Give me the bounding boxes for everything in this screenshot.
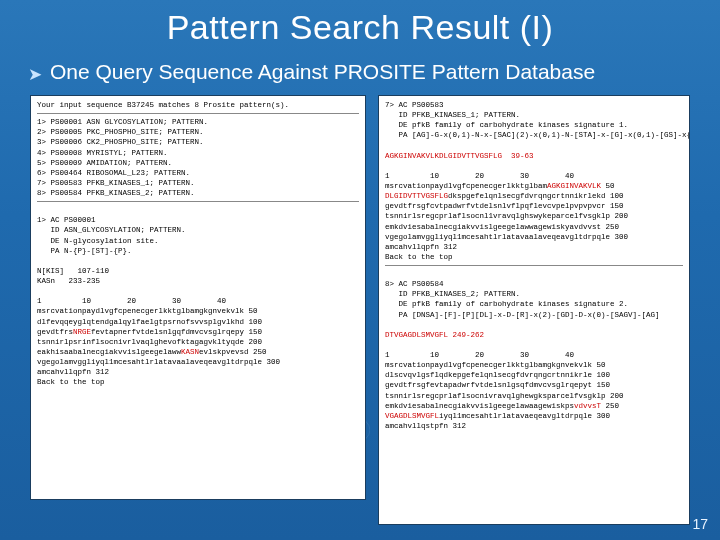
seq-row: dlfevqqeyglqtendgalqylfaelgtpsrnofsvvspl… <box>37 317 359 327</box>
divider <box>37 113 359 114</box>
bullet-icon: ➤ <box>28 64 42 85</box>
block1-line: DE N-glycosylation site. <box>37 236 359 246</box>
left-panel: Your input sequence B37245 matches 8 Pro… <box>30 95 366 500</box>
seq-row: msrcvationpaydlvgfcpenecgerlkktglbamgkgn… <box>37 306 359 316</box>
block8-line: 8> AC PS00584 <box>385 279 683 289</box>
list-item: 4> PS00008 MYRISTYL; PATTERN. <box>37 148 359 158</box>
seq-row: tsnnirlpsrinflsocnivrlvaqlghevofktagagvk… <box>37 337 359 347</box>
slide-number: 17 <box>692 516 708 532</box>
match-line: AGKGINVAKVLKDLGIDVTTVGSFLG 39-63 <box>385 151 683 161</box>
divider <box>37 201 359 202</box>
list-item: 8> PS00584 PFKB_KINASES_2; PATTERN. <box>37 188 359 198</box>
block7-line: 7> AC PS00583 <box>385 100 683 110</box>
seq-row: emkdviesabalnecgiakvvislgeegelawwagewisk… <box>385 222 683 232</box>
list-item: 6> PS00464 RIBOSOMAL_L23; PATTERN. <box>37 168 359 178</box>
intro-line: Your input sequence B37245 matches 8 Pro… <box>37 100 359 110</box>
match-hit: NRGE <box>73 328 91 336</box>
list-item: 5> PS00009 AMIDATION; PATTERN. <box>37 158 359 168</box>
list-item: 2> PS00005 PKC_PHOSPHO_SITE; PATTERN. <box>37 127 359 137</box>
block7-line: DE pfkB family of carbohydrate kinases s… <box>385 120 683 130</box>
seq-row: dlscvqvlgsflqdkepgefelqnlsecgfdvrqngcrtn… <box>385 370 683 380</box>
seq-row: gevdtfrsgfcvtpadwrfvtdelsnlvflpqflevcvpe… <box>385 201 683 211</box>
match-hit: AGKGINVAKVLK <box>547 182 601 190</box>
seq-row: msrcvationpaydlvgfcpenecgerlkktglbamAGKG… <box>385 181 683 191</box>
block1-line: 1> AC PS00001 <box>37 215 359 225</box>
seq-row: eakhisaabalnecgiakvvislgeegelawwKASNevls… <box>37 347 359 357</box>
back-link[interactable]: Back to the top <box>37 377 359 387</box>
block1-line: PA N-{P}-[ST]-{P}. <box>37 246 359 256</box>
block8-line: ID PFKB_KINASES_2; PATTERN. <box>385 289 683 299</box>
ruler: 1 10 20 30 40 <box>385 171 683 181</box>
match-hit: VGAGDLSMVGFL <box>385 412 439 420</box>
seq-row: vgegolamvggliyql1mcesahtlrlatavaalaveqea… <box>37 357 359 367</box>
seq-row: vgegolamvggliyql1mcesahtlrlatavaalaveqea… <box>385 232 683 242</box>
match-hit: DLGIDVTTVGSFLG <box>385 192 448 200</box>
seq-row: gevdtfrsgfevtapadwrfvtdelsnlgsqfdmvcvsgl… <box>385 380 683 390</box>
block7-line: PA [AG]-G-x(0,1)-N-x-[SAC](2)-x(0,1)-N-[… <box>385 130 683 140</box>
seq-row: DLGIDVTTVGSFLGdkspgefelqnlsecgfdvrqngcrt… <box>385 191 683 201</box>
seq-row: msrcvationpaydlvgfcpenecgerlkktglbamgkgn… <box>385 360 683 370</box>
seq-row: tsnnirlsregcprlaflsocnivravqlghewgksparc… <box>385 391 683 401</box>
block8-line: DE pfkB family of carbohydrate kinases s… <box>385 299 683 309</box>
seq-row: emkdviesabalnecgiakvvislgeegelawaagewisk… <box>385 401 683 411</box>
block1-line: ID ASN_GLYCOSYLATION; PATTERN. <box>37 225 359 235</box>
seq-row: amcahvllqstpfn 312 <box>385 421 683 431</box>
block7-line: ID PFKB_KINASES_1; PATTERN. <box>385 110 683 120</box>
list-item: 1> PS00001 ASN GLYCOSYLATION; PATTERN. <box>37 117 359 127</box>
divider <box>385 265 683 266</box>
seq-row: gevdtfrsNRGEfevtapnerfvtdelsnlgqfdmvcvsg… <box>37 327 359 337</box>
seq-row: tsnnirlsregcprlaflsocnl1vravqlghswykepar… <box>385 211 683 221</box>
seq-row: amcahvllqpfn 312 <box>37 367 359 377</box>
slide-title: Pattern Search Result (I) <box>0 8 720 47</box>
right-panel: 7> AC PS00583 ID PFKB_KINASES_1; PATTERN… <box>378 95 690 525</box>
match-hit: vdvvsT <box>574 402 601 410</box>
list-item: 3> PS00006 CK2_PHOSPHO_SITE; PATTERN. <box>37 137 359 147</box>
slide: Pattern Search Result (I) ➤ One Query Se… <box>0 0 720 540</box>
subtitle-row: ➤ One Query Sequence Against PROSITE Pat… <box>28 60 595 85</box>
block1-line: KASn 233-235 <box>37 276 359 286</box>
match-line: DTVGAGDLSMVGFL 249-262 <box>385 330 683 340</box>
ruler: 1 10 20 30 40 <box>385 350 683 360</box>
block8-line: PA [DNSA]-[F]-[P][DL]-x-D-[R]-x(2)-[GD]-… <box>385 310 683 320</box>
seq-row: VGAGDLSMVGFLiyql1mcesahtlrlatavaeqeavglt… <box>385 411 683 421</box>
match-hit: KASN <box>181 348 199 356</box>
back-link[interactable]: Back to the top <box>385 252 683 262</box>
seq-row: amcahvllqpfn 312 <box>385 242 683 252</box>
ruler: 1 10 20 30 40 <box>37 296 359 306</box>
subtitle-text: One Query Sequence Against PROSITE Patte… <box>50 60 595 84</box>
block1-line: N[KIS] 107-110 <box>37 266 359 276</box>
list-item: 7> PS00583 PFKB_KINASES_1; PATTERN. <box>37 178 359 188</box>
